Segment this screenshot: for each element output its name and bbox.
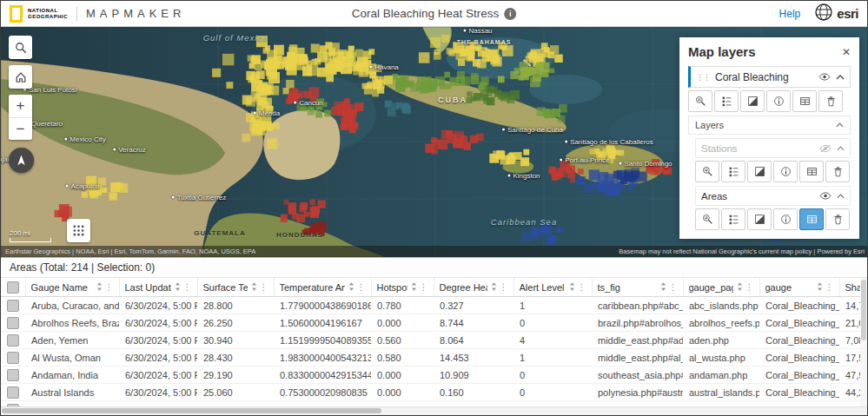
sort-icon[interactable] xyxy=(737,282,743,293)
table-cell: 1.7790000438690186 xyxy=(274,297,371,314)
layers-subheader[interactable]: Layers xyxy=(688,116,851,135)
top-header-bar: NATIONAL GEOGRAPHIC MAPMAKER Coral Bleac… xyxy=(1,1,867,27)
sort-icon[interactable] xyxy=(96,282,103,293)
table-cell: 0 xyxy=(514,384,592,401)
stations-toolbar xyxy=(695,161,851,182)
home-icon xyxy=(15,71,27,83)
table-row[interactable]: Abrolhos Reefs, Brazil6/30/2024, 5:00 PM… xyxy=(1,314,867,332)
table-row[interactable]: Austral Islands6/30/2024, 5:00 PM25.0600… xyxy=(1,384,867,401)
column-header-temperature-an[interactable]: Temperature An...⋮ xyxy=(274,278,371,297)
layer-delete-button[interactable] xyxy=(818,90,843,112)
column-menu-icon[interactable]: ⋮ xyxy=(420,282,428,292)
column-menu-icon[interactable]: ⋮ xyxy=(357,282,366,292)
layer-show-table-button[interactable] xyxy=(799,161,824,182)
layer-legend-button[interactable] xyxy=(721,208,745,230)
sort-icon[interactable] xyxy=(175,282,181,293)
layer-info-button[interactable] xyxy=(766,90,791,112)
column-label: Last Updated xyxy=(125,282,171,293)
chevron-up-icon[interactable] xyxy=(836,122,844,128)
column-header-degree-heating[interactable]: Degree Heating ...⋮ xyxy=(434,278,514,297)
visibility-eye-icon[interactable] xyxy=(818,73,831,81)
layer-opacity-button[interactable] xyxy=(747,161,772,182)
column-menu-icon[interactable]: ⋮ xyxy=(825,282,834,292)
column-header-alert-level[interactable]: Alert Level⋮ xyxy=(514,278,592,297)
table-row[interactable]: Al Wusta, Oman6/30/2024, 5:00 PM28.4301.… xyxy=(1,349,867,366)
sort-icon[interactable] xyxy=(251,282,257,293)
column-header-ts-fig[interactable]: ts_fig⋮ xyxy=(592,278,683,297)
sort-icon[interactable] xyxy=(411,282,417,293)
row-checkbox[interactable] xyxy=(7,317,19,329)
layer-group-coral-bleaching[interactable]: ⋮⋮ Coral Bleaching xyxy=(688,66,851,88)
chevron-up-icon[interactable] xyxy=(837,146,845,151)
close-icon[interactable]: ✕ xyxy=(842,47,851,57)
scale-bar: 200 mi xyxy=(10,229,51,242)
column-menu-icon[interactable]: ⋮ xyxy=(578,282,586,292)
table-cell: 1.50600004196167 xyxy=(274,314,371,332)
column-header-hotspots[interactable]: Hotspots⋮ xyxy=(371,278,434,297)
column-header-gauge-name[interactable]: Gauge Name⋮ xyxy=(25,278,119,297)
layer-areas[interactable]: Areas xyxy=(695,186,851,206)
visibility-eye-icon[interactable] xyxy=(819,192,832,200)
table-scroll-area[interactable]: Gauge Name⋮Last Updated⋮Surface Temp (°C… xyxy=(1,278,867,407)
row-checkbox[interactable] xyxy=(7,334,19,347)
layer-legend-button[interactable] xyxy=(721,161,745,182)
select-all-checkbox[interactable] xyxy=(7,281,19,294)
vertical-scrollbar[interactable] xyxy=(860,278,867,407)
chevron-up-icon[interactable] xyxy=(836,75,845,80)
layer-legend-button[interactable] xyxy=(714,90,739,112)
column-menu-icon[interactable]: ⋮ xyxy=(669,282,678,292)
layer-info-button[interactable] xyxy=(773,161,798,182)
column-menu-icon[interactable]: ⋮ xyxy=(500,282,508,292)
column-menu-icon[interactable]: ⋮ xyxy=(260,282,268,292)
row-checkbox[interactable] xyxy=(7,369,19,381)
zoom-out-button[interactable]: − xyxy=(9,117,32,140)
home-button[interactable] xyxy=(9,65,32,89)
layer-show-table-button[interactable] xyxy=(799,208,824,230)
vertical-scrollbar-thumb[interactable] xyxy=(861,280,866,340)
sort-icon[interactable] xyxy=(817,282,823,293)
table-row[interactable]: Aruba, Curacao, and Bona...6/30/2024, 5:… xyxy=(1,297,867,314)
layer-opacity-button[interactable] xyxy=(740,90,765,112)
column-header-last-updated[interactable]: Last Updated⋮ xyxy=(119,278,197,297)
help-link[interactable]: Help xyxy=(779,8,801,20)
sort-icon[interactable] xyxy=(569,282,575,293)
row-checkbox[interactable] xyxy=(7,386,19,399)
table-cell: 0.000 xyxy=(371,366,434,384)
sort-icon[interactable] xyxy=(660,282,666,293)
horizontal-scrollbar[interactable] xyxy=(1,406,867,415)
table-cell: Andaman, India xyxy=(25,366,119,384)
info-icon[interactable]: i xyxy=(504,8,516,20)
column-menu-icon[interactable]: ⋮ xyxy=(745,282,754,292)
locate-button[interactable] xyxy=(9,148,34,173)
sort-icon[interactable] xyxy=(348,282,354,293)
table-row[interactable]: Aden, Yemen6/30/2024, 5:00 PM30.9401.151… xyxy=(1,332,867,349)
layer-zoom-to-button[interactable] xyxy=(695,161,719,182)
column-header-gauge-page[interactable]: gauge_page⋮ xyxy=(683,278,759,297)
layer-zoom-to-button[interactable] xyxy=(688,90,712,112)
row-checkbox[interactable] xyxy=(7,352,19,364)
visibility-off-icon[interactable] xyxy=(819,144,832,153)
layer-opacity-button[interactable] xyxy=(747,208,772,230)
horizontal-scrollbar-thumb[interactable] xyxy=(2,408,381,413)
column-header-gauge[interactable]: gauge⋮ xyxy=(759,278,839,297)
row-checkbox[interactable] xyxy=(7,300,19,312)
basemap-gallery-button[interactable] xyxy=(67,219,90,242)
layer-delete-button[interactable] xyxy=(825,208,850,230)
search-button[interactable] xyxy=(9,36,32,59)
sort-icon[interactable] xyxy=(491,282,497,293)
table-row[interactable]: Andaman, India6/30/2024, 5:00 PM29.1900.… xyxy=(1,366,867,384)
layer-info-button[interactable] xyxy=(773,208,798,230)
legend-icon xyxy=(721,96,732,107)
layer-zoom-to-button[interactable] xyxy=(695,208,719,230)
layer-delete-button[interactable] xyxy=(825,161,850,182)
layer-show-table-button[interactable] xyxy=(792,90,817,112)
column-header-surface-temp-c[interactable]: Surface Temp (°C)⋮ xyxy=(197,278,274,297)
column-menu-icon[interactable]: ⋮ xyxy=(105,282,114,292)
layer-stations[interactable]: Stations xyxy=(695,138,851,158)
drag-handle-icon[interactable]: ⋮⋮ xyxy=(696,73,710,82)
column-menu-icon[interactable]: ⋮ xyxy=(183,282,192,292)
zoom-control: + − xyxy=(9,95,32,140)
table-title: Areas (Total: 214 | Selection: 0) xyxy=(10,261,155,274)
chevron-up-icon[interactable] xyxy=(837,194,845,199)
zoom-in-button[interactable]: + xyxy=(9,95,32,117)
